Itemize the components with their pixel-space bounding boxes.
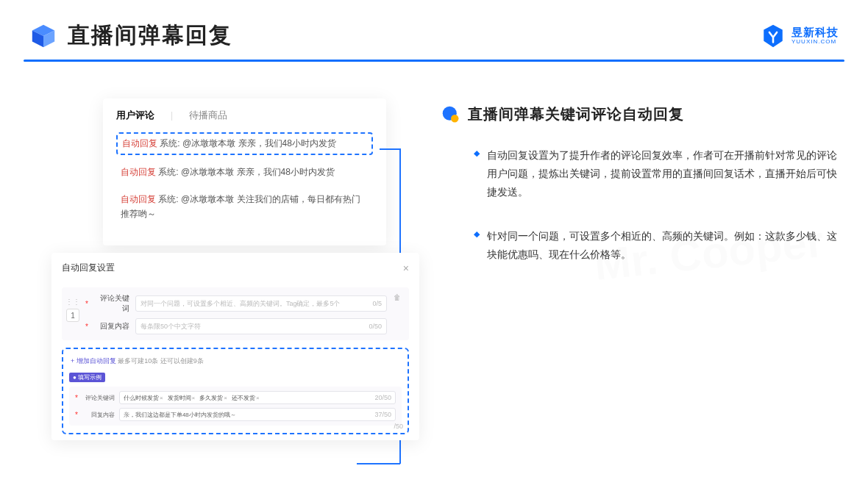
tag-chip: 发货时间× bbox=[168, 394, 196, 402]
add-hint: 最多可建10条 还可以创建9条 bbox=[118, 357, 204, 365]
required-star-icon: * bbox=[85, 323, 88, 331]
dialog-title: 自动回复设置 bbox=[62, 262, 115, 274]
drag-handle-icon[interactable]: ⋮⋮ bbox=[65, 298, 80, 306]
keyword-label: 评论关键词 bbox=[94, 293, 129, 314]
content-counter: 0/50 bbox=[369, 323, 382, 330]
auto-reply-tag: 自动回复 bbox=[122, 138, 157, 148]
section-title: 直播间弹幕关键词评论自动回复 bbox=[468, 104, 684, 124]
ex-keyword-label: 评论关键词 bbox=[82, 394, 115, 402]
required-star-icon: * bbox=[85, 300, 88, 308]
ex-content-input[interactable]: 亲，我们这边都是下单48小时内发货的哦～ 37/50 bbox=[119, 408, 396, 421]
close-icon[interactable]: × bbox=[403, 262, 409, 274]
comment-row: 自动回复 系统: @冰墩墩本墩 关注我们的店铺，每日都有热门推荐哟～ bbox=[116, 190, 373, 223]
rule-index: 1 bbox=[66, 309, 79, 322]
connector-line bbox=[357, 463, 400, 464]
svg-point-4 bbox=[451, 115, 458, 122]
keyword-input[interactable]: 对同一个问题，可设置多个相近、高频的关键词。Tag确定，最多5个 0/5 bbox=[135, 295, 387, 312]
tab-separator: | bbox=[171, 110, 173, 121]
ex-keyword-counter: 20/50 bbox=[374, 394, 391, 401]
comments-panel: 用户评论 | 待播商品 自动回复 系统: @冰墩墩本墩 亲亲，我们48小时内发货… bbox=[103, 98, 386, 245]
example-badge: ● 填写示例 bbox=[69, 373, 105, 382]
required-star-icon: * bbox=[75, 394, 78, 402]
cube-icon bbox=[29, 22, 57, 50]
connector-line bbox=[380, 148, 400, 150]
reply-rule-block: ⋮⋮ 1 * 评论关键词 对同一个问题，可设置多个相近、高频的关键词。Tag确定… bbox=[62, 287, 409, 340]
tab-user-comments[interactable]: 用户评论 bbox=[116, 109, 154, 122]
brand-name-cn: 昱新科技 bbox=[791, 26, 839, 37]
tab-pending-goods[interactable]: 待播商品 bbox=[189, 109, 227, 122]
keyword-counter: 0/5 bbox=[372, 300, 382, 307]
tag-chip: 还不发货× bbox=[232, 394, 260, 402]
auto-reply-settings-dialog: 自动回复设置 × ⋮⋮ 1 * 评论关键词 对同一个问题，可设置多个相近、高频的… bbox=[51, 253, 419, 440]
page-title: 直播间弹幕回复 bbox=[68, 21, 232, 51]
bullet-item: 针对同一个问题，可设置多个相近的、高频的关键词。例如：这款多少钱、这块能优惠吗、… bbox=[474, 227, 839, 264]
add-auto-reply-link[interactable]: + 增加自动回复 bbox=[71, 357, 116, 365]
content-label: 回复内容 bbox=[94, 321, 129, 331]
stray-counter: /50 bbox=[394, 423, 403, 430]
content-input[interactable]: 每条限50个中文字符 0/50 bbox=[135, 318, 387, 334]
tag-chip: 多久发货× bbox=[199, 394, 227, 402]
bullet-item: 自动回复设置为了提升作者的评论回复效率，作者可在开播前针对常见的评论用户问题，提… bbox=[474, 146, 839, 202]
chat-bubble-icon bbox=[441, 105, 460, 124]
required-star-icon: * bbox=[75, 411, 78, 419]
tag-chip: 什么时候发货× bbox=[124, 394, 163, 402]
comment-row: 自动回复 系统: @冰墩墩本墩 亲亲，我们48小时内发货 bbox=[116, 162, 373, 182]
brand-logo-icon bbox=[761, 24, 786, 49]
example-highlight-box: + 增加自动回复 最多可建10条 还可以创建9条 ● 填写示例 * 评论关键词 … bbox=[62, 348, 409, 434]
ex-content-counter: 37/50 bbox=[374, 411, 391, 418]
ex-keyword-input[interactable]: 什么时候发货× 发货时间× 多久发货× 还不发货× 20/50 bbox=[119, 391, 396, 404]
brand-name-en: YUUXIN.COM bbox=[791, 39, 839, 45]
ex-content-label: 回复内容 bbox=[82, 411, 115, 419]
brand-logo-block: 昱新科技 YUUXIN.COM bbox=[761, 24, 839, 49]
comment-row-highlight: 自动回复 系统: @冰墩墩本墩 亲亲，我们48小时内发货 bbox=[116, 132, 373, 155]
trash-icon[interactable]: 🗑 bbox=[394, 293, 401, 301]
